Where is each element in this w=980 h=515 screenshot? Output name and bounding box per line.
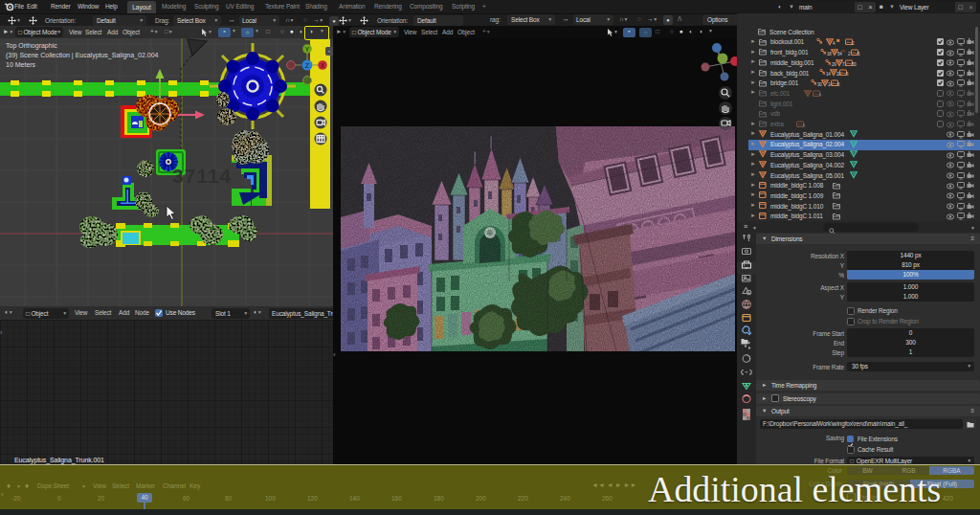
svg-text:Z: Z <box>305 62 310 69</box>
svg-text:Y: Y <box>305 46 310 53</box>
svg-text:X: X <box>321 62 325 69</box>
